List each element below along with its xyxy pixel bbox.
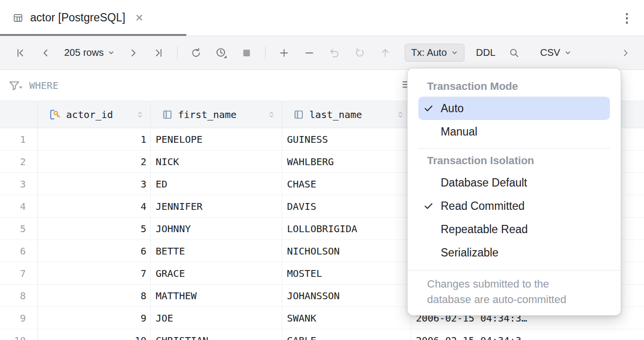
- row-number-cell[interactable]: 10: [0, 329, 38, 340]
- table-row: 1010CHRISTIANGABLE2006-02-15 04:34:3…: [0, 329, 644, 340]
- tab-actor-postgresql[interactable]: actor [PostgreSQL] ✕: [0, 0, 153, 35]
- first-page-button[interactable]: [10, 43, 31, 63]
- next-page-button[interactable]: [123, 43, 144, 63]
- cell-first-name[interactable]: JOHNNY: [151, 218, 282, 239]
- previous-page-button[interactable]: [35, 43, 56, 63]
- cell-actor-id[interactable]: 5: [38, 218, 151, 239]
- revert-changes-button[interactable]: [324, 43, 345, 63]
- cell-first-name[interactable]: GRACE: [151, 262, 282, 284]
- stop-query-button[interactable]: [236, 43, 257, 63]
- cell-actor-id[interactable]: 9: [38, 307, 151, 329]
- clock-icon: [215, 47, 228, 59]
- cell-last-name[interactable]: JOHANSSON: [282, 285, 411, 306]
- kebab-menu-icon[interactable]: ⋮: [621, 12, 633, 24]
- cell-actor-id[interactable]: 2: [38, 151, 151, 172]
- sort-icon[interactable]: [136, 110, 144, 119]
- arrow-up-icon: [379, 47, 391, 59]
- checkmark-icon: [423, 103, 441, 114]
- column-icon: [293, 109, 304, 120]
- delete-row-button[interactable]: [299, 43, 320, 63]
- row-number-cell[interactable]: 4: [0, 195, 38, 217]
- transaction-mode-label: Tx: Auto: [411, 47, 447, 58]
- column-header-first-name[interactable]: first_name: [151, 101, 282, 128]
- plus-icon: [278, 47, 290, 59]
- menu-item-manual[interactable]: Manual: [418, 120, 610, 143]
- table-icon: [13, 13, 23, 23]
- cell-last-update[interactable]: 2006-02-15 04:34:3…: [411, 329, 644, 340]
- checkmark-icon: [423, 201, 441, 211]
- menu-item-database-default[interactable]: Database Default: [418, 171, 610, 194]
- cell-last-name[interactable]: SWANK: [282, 307, 411, 329]
- row-number-cell[interactable]: 7: [0, 262, 38, 284]
- cell-first-name[interactable]: JENNIFER: [151, 195, 282, 217]
- cell-last-name[interactable]: NICHOLSON: [282, 240, 411, 262]
- cell-last-name[interactable]: GUINESS: [282, 128, 411, 150]
- search-button[interactable]: [503, 43, 525, 63]
- row-number-cell[interactable]: 3: [0, 173, 38, 195]
- cell-actor-id[interactable]: 6: [38, 240, 151, 262]
- row-number-cell[interactable]: 5: [0, 218, 38, 239]
- cell-first-name[interactable]: PENELOPE: [151, 128, 282, 150]
- cell-last-name[interactable]: WAHLBERG: [282, 151, 411, 172]
- cell-last-name[interactable]: MOSTEL: [282, 262, 411, 284]
- row-number-cell[interactable]: 1: [0, 128, 38, 150]
- first-page-icon: [15, 47, 26, 59]
- menu-item-read-committed[interactable]: Read Committed: [418, 194, 610, 218]
- menu-item-serializable[interactable]: Serializable: [418, 241, 610, 264]
- stop-icon: [241, 48, 252, 58]
- auto-refresh-button[interactable]: [211, 43, 232, 63]
- close-icon[interactable]: ✕: [135, 12, 144, 24]
- where-filter-input[interactable]: WHERE: [29, 80, 58, 91]
- menu-item-label: Repeatable Read: [441, 223, 528, 236]
- sort-icon[interactable]: [396, 110, 405, 119]
- cell-first-name[interactable]: ED: [151, 173, 282, 195]
- chevron-right-icon: [127, 47, 139, 59]
- column-header-label: first_name: [178, 109, 236, 120]
- menu-item-repeatable-read[interactable]: Repeatable Read: [418, 218, 610, 241]
- cell-first-name[interactable]: MATTHEW: [151, 285, 282, 306]
- export-format-dropdown[interactable]: CSV: [535, 44, 577, 61]
- column-header-last-name[interactable]: last_name: [282, 101, 411, 128]
- popup-footer-hint: Changes submitted to the database are au…: [408, 271, 602, 315]
- last-page-button[interactable]: [148, 43, 169, 63]
- cell-last-name[interactable]: GABLE: [282, 329, 411, 340]
- cell-first-name[interactable]: CHRISTIAN: [151, 329, 282, 340]
- cell-actor-id[interactable]: 4: [38, 195, 151, 217]
- cell-last-name[interactable]: CHASE: [282, 173, 411, 195]
- cell-last-name[interactable]: DAVIS: [282, 195, 411, 217]
- row-number-cell[interactable]: 6: [0, 240, 38, 262]
- chevron-down-icon: [451, 49, 458, 56]
- rollback-button[interactable]: [349, 43, 371, 63]
- more-toolbar-actions-button[interactable]: [615, 43, 636, 63]
- minus-icon: [304, 47, 315, 59]
- rows-count-dropdown[interactable]: 205 rows: [58, 44, 121, 61]
- cell-first-name[interactable]: BETTE: [151, 240, 282, 262]
- cell-actor-id[interactable]: 10: [38, 329, 151, 340]
- data-editor-toolbar: 205 rows: [0, 36, 644, 70]
- undo-icon: [329, 47, 340, 59]
- menu-item-label: Database Default: [441, 176, 527, 189]
- column-header-actor-id[interactable]: actor_id: [38, 101, 151, 128]
- add-row-button[interactable]: [273, 43, 295, 63]
- menu-item-label: Read Committed: [441, 200, 525, 213]
- menu-item-auto[interactable]: Auto: [418, 97, 610, 120]
- filter-funnel-icon[interactable]: [8, 79, 23, 92]
- cell-first-name[interactable]: NICK: [151, 151, 282, 172]
- transaction-mode-dropdown[interactable]: Tx: Auto: [405, 44, 464, 62]
- ddl-button[interactable]: DDL: [470, 44, 501, 61]
- row-number-cell[interactable]: 2: [0, 151, 38, 172]
- cell-actor-id[interactable]: 1: [38, 128, 151, 150]
- reload-data-button[interactable]: [185, 43, 207, 63]
- menu-item-label: Auto: [441, 102, 464, 115]
- refresh-icon: [190, 47, 202, 59]
- cell-first-name[interactable]: JOE: [151, 307, 282, 329]
- submit-changes-button[interactable]: [375, 43, 396, 63]
- sort-icon[interactable]: [267, 110, 276, 119]
- row-number-cell[interactable]: 8: [0, 285, 38, 306]
- cell-actor-id[interactable]: 3: [38, 173, 151, 195]
- cell-actor-id[interactable]: 8: [38, 285, 151, 306]
- cell-actor-id[interactable]: 7: [38, 262, 151, 284]
- primary-key-column-icon: [49, 108, 61, 121]
- row-number-cell[interactable]: 9: [0, 307, 38, 329]
- cell-last-name[interactable]: LOLLOBRIGIDA: [282, 218, 411, 239]
